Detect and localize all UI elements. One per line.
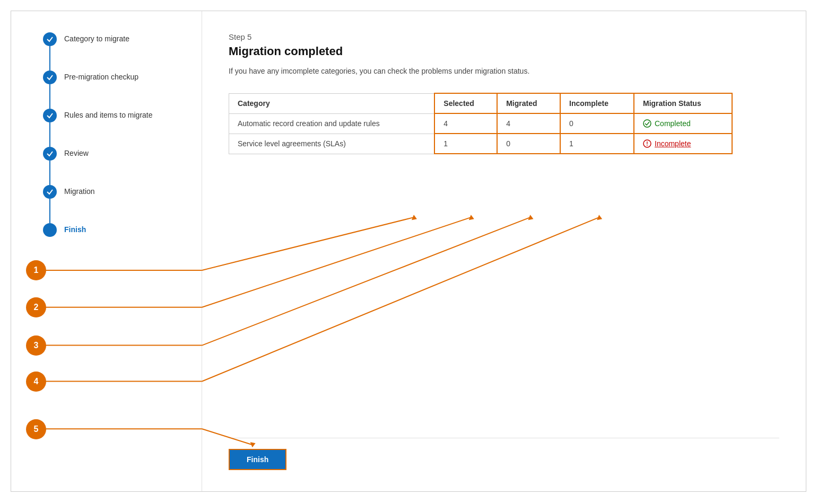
row1-status: Completed xyxy=(634,113,732,134)
status-incomplete-badge[interactable]: ! Incomplete xyxy=(643,139,723,148)
step-label-5: Migration xyxy=(64,185,95,196)
step-label-4: Review xyxy=(64,147,89,157)
svg-point-0 xyxy=(643,120,651,127)
migration-table: Category Selected Migrated Incomplete Mi… xyxy=(229,93,733,154)
step-item-premigration: Pre-migration checkup xyxy=(43,70,186,84)
step-title: Migration completed xyxy=(229,45,779,58)
row1-category: Automatic record creation and update rul… xyxy=(229,113,435,134)
table-row-2: Service level agreements (SLAs) 1 0 1 ! … xyxy=(229,134,733,154)
step-item-migration: Migration xyxy=(43,185,186,199)
row1-incomplete: 0 xyxy=(560,113,634,134)
step-item-review: Review xyxy=(43,147,186,161)
step-item-rules: Rules and items to migrate xyxy=(43,109,186,122)
step-icon-6 xyxy=(43,223,57,237)
step-label-3: Rules and items to migrate xyxy=(64,109,153,119)
table-row-1: Automatic record creation and update rul… xyxy=(229,113,733,134)
step-icon-1 xyxy=(43,32,57,46)
row2-incomplete: 1 xyxy=(560,134,634,154)
step-icon-3 xyxy=(43,109,57,122)
step-item-category: Category to migrate xyxy=(43,32,186,46)
row2-category: Service level agreements (SLAs) xyxy=(229,134,435,154)
col-header-migrated: Migrated xyxy=(497,93,560,113)
row2-migrated: 0 xyxy=(497,134,560,154)
main-content: Step 5 Migration completed If you have a… xyxy=(202,11,806,491)
col-header-status: Migration Status xyxy=(634,93,732,113)
row1-migrated: 4 xyxy=(497,113,560,134)
step-label-6: Finish xyxy=(64,223,86,234)
row2-status: ! Incomplete xyxy=(634,134,732,154)
step-label-2: Pre-migration checkup xyxy=(64,70,138,81)
step-icon-4 xyxy=(43,147,57,161)
step-description: If you have any imcomplete categories, y… xyxy=(229,66,589,77)
col-header-category: Category xyxy=(229,93,435,113)
col-header-selected: Selected xyxy=(434,93,497,113)
finish-button[interactable]: Finish xyxy=(229,449,286,470)
svg-text:!: ! xyxy=(646,141,648,147)
col-header-incomplete: Incomplete xyxy=(560,93,634,113)
status-completed-badge: Completed xyxy=(643,119,723,128)
step-icon-5 xyxy=(43,185,57,199)
step-icon-2 xyxy=(43,70,57,84)
step-item-finish: Finish xyxy=(43,223,186,237)
step-label-1: Category to migrate xyxy=(64,32,129,43)
row2-selected: 1 xyxy=(434,134,497,154)
row1-selected: 4 xyxy=(434,113,497,134)
stepper: Category to migrate Pre-migration checku… xyxy=(11,11,202,491)
step-number: Step 5 xyxy=(229,32,779,41)
